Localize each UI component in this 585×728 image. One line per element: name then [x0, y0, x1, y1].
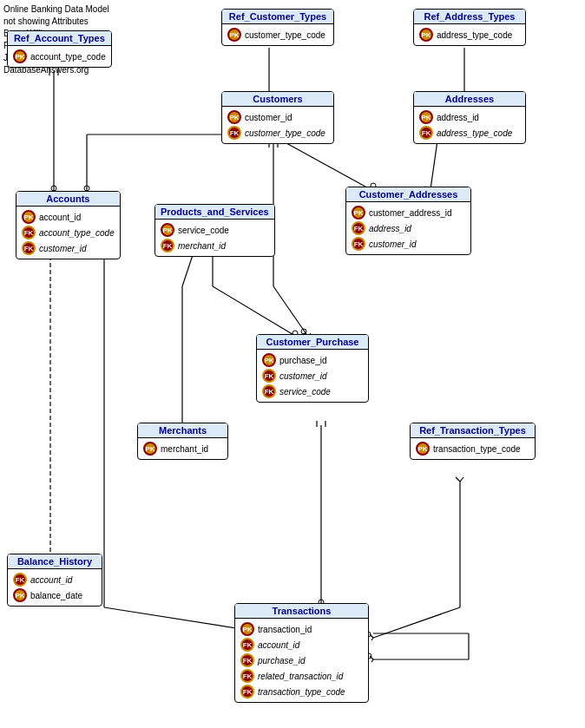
field-name: balance_date [30, 591, 82, 600]
field-row: FK purchase_id [240, 653, 363, 668]
field-name: customer_id [245, 113, 292, 122]
fk-icon: FK [13, 573, 27, 587]
entity-title-products-and-services: Products_and_Services [155, 205, 274, 220]
field-name: transaction_type_code [258, 687, 345, 697]
entity-title-merchants: Merchants [138, 423, 227, 438]
field-name: related_transaction_id [258, 672, 343, 681]
field-row: FK account_id [13, 572, 96, 587]
field-row: PK transaction_id [240, 621, 363, 637]
entity-balance-history: Balance_History FK account_id PK balance… [7, 554, 102, 607]
entity-transactions: Transactions PK transaction_id FK accoun… [234, 603, 369, 703]
entity-addresses: Addresses PK address_id FK address_type_… [413, 91, 526, 144]
field-row: PK balance_date [13, 587, 96, 603]
fk-icon: FK [240, 669, 254, 683]
field-name: account_type_code [39, 228, 115, 238]
field-row: PK service_code [161, 222, 269, 238]
field-name: service_code [178, 226, 229, 235]
svg-line-73 [373, 607, 460, 638]
fk-icon: FK [352, 221, 365, 235]
field-row: PK address_type_code [419, 27, 520, 43]
pk-icon: PK [419, 110, 433, 124]
field-name: account_id [258, 640, 299, 650]
field-row: FK customer_id [352, 236, 465, 252]
entity-title-ref-address-types: Ref_Address_Types [414, 10, 525, 24]
fk-icon: FK [22, 241, 36, 255]
fk-icon: FK [262, 369, 276, 383]
fk-icon: FK [419, 126, 433, 140]
field-row: PK customer_id [227, 109, 328, 125]
entity-title-customers: Customers [222, 92, 333, 107]
svg-line-82 [370, 656, 373, 659]
field-name: customer_id [279, 371, 326, 381]
entity-customer-purchase: Customer_Purchase PK purchase_id FK cust… [256, 334, 369, 403]
svg-line-34 [213, 286, 299, 338]
fk-icon: FK [240, 685, 254, 698]
field-name: merchant_id [178, 241, 226, 251]
field-row: PK customer_type_code [227, 27, 328, 43]
entity-title-addresses: Addresses [414, 92, 525, 107]
entity-title-transactions: Transactions [235, 604, 368, 619]
field-name: account_id [39, 213, 81, 222]
entity-ref-account-types: Ref_Account_Types PK account_type_code [7, 30, 112, 68]
pk-icon: PK [240, 622, 254, 636]
field-name: purchase_id [279, 356, 326, 365]
svg-line-78 [460, 477, 463, 482]
fk-icon: FK [240, 653, 254, 667]
field-row: PK customer_address_id [352, 205, 465, 220]
fk-icon: FK [262, 384, 276, 398]
entity-merchants: Merchants PK merchant_id [137, 423, 228, 460]
field-row: FK account_type_code [22, 225, 115, 240]
field-row: PK purchase_id [262, 352, 363, 368]
info-line2: not showing Attributes [3, 16, 109, 28]
field-name: address_id [369, 224, 411, 233]
svg-line-77 [456, 477, 460, 482]
entity-title-ref-account-types: Ref_Account_Types [8, 31, 111, 46]
pk-icon: PK [13, 49, 27, 63]
field-row: PK account_type_code [13, 49, 106, 64]
fk-icon: FK [22, 226, 36, 239]
pk-icon: PK [352, 206, 365, 220]
pk-icon: PK [419, 28, 433, 42]
field-name: address_type_code [437, 30, 512, 40]
field-row: PK merchant_id [143, 441, 222, 456]
entity-title-accounts: Accounts [16, 192, 120, 207]
field-name: account_id [30, 575, 72, 585]
entity-title-ref-transaction-types: Ref_Transaction_Types [411, 423, 535, 438]
field-row: FK customer_type_code [227, 125, 328, 141]
pk-icon: PK [22, 210, 36, 224]
field-name: account_type_code [30, 52, 106, 62]
field-name: customer_id [39, 244, 86, 253]
entity-products-and-services: Products_and_Services PK service_code FK… [154, 204, 275, 257]
entity-ref-customer-types: Ref_Customer_Types PK customer_type_code [221, 9, 334, 46]
svg-line-75 [371, 638, 373, 640]
svg-line-15 [286, 143, 373, 191]
field-name: address_type_code [437, 128, 512, 138]
fk-icon: FK [161, 239, 174, 253]
field-name: address_id [437, 113, 479, 122]
entity-title-ref-customer-types: Ref_Customer_Types [222, 10, 333, 24]
pk-icon: PK [416, 442, 430, 456]
field-name: transaction_type_code [433, 444, 521, 454]
field-row: FK related_transaction_id [240, 668, 363, 684]
svg-line-83 [371, 659, 373, 662]
field-row: PK address_id [419, 109, 520, 125]
pk-icon: PK [161, 223, 174, 237]
field-name: purchase_id [258, 656, 305, 666]
entity-title-customer-addresses: Customer_Addresses [346, 187, 470, 202]
field-row: FK address_id [352, 220, 465, 236]
fk-icon: FK [227, 126, 241, 140]
entity-customer-addresses: Customer_Addresses PK customer_address_i… [345, 187, 471, 255]
field-row: FK service_code [262, 384, 363, 399]
pk-icon: PK [143, 442, 157, 456]
svg-line-41 [273, 286, 308, 337]
field-row: FK customer_id [262, 368, 363, 384]
info-line1: Online Banking Data Model [3, 3, 109, 16]
field-row: FK customer_id [22, 240, 115, 256]
pk-icon: PK [227, 110, 241, 124]
field-row: FK transaction_type_code [240, 684, 363, 699]
diagram-container: Online Banking Data Model not showing At… [0, 0, 585, 728]
field-row: FK account_id [240, 637, 363, 653]
svg-line-74 [370, 634, 373, 638]
field-name: customer_type_code [245, 30, 325, 40]
field-row: FK merchant_id [161, 238, 269, 253]
